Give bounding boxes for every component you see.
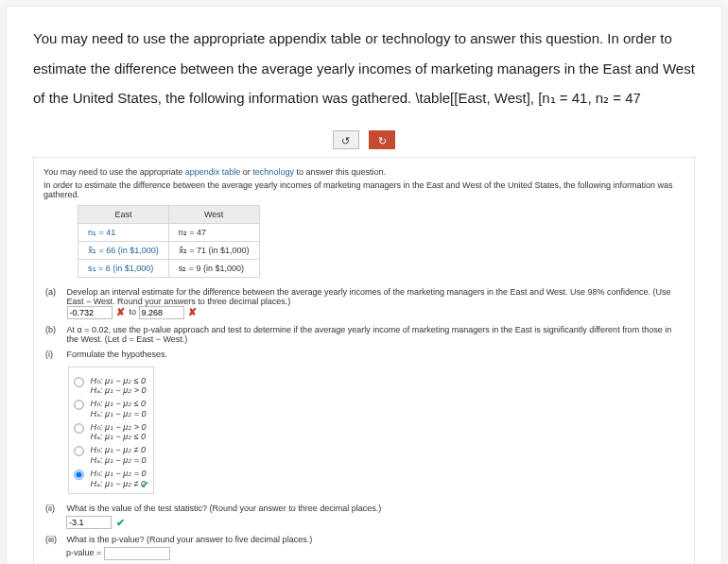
cell: x̄₁ = 66 (in $1,000) [78, 241, 169, 259]
col-east: East [78, 205, 169, 223]
cell: n₁ = 41 [78, 223, 169, 241]
question-panel: You may need to use the appropriate appe… [33, 157, 695, 565]
part-b-iii-text: What is the p-value? (Round your answer … [67, 535, 313, 544]
part-b-i: (i) Formulate the hypotheses. [45, 350, 685, 359]
table-row: x̄₁ = 66 (in $1,000) x̄₂ = 71 (in $1,000… [78, 241, 260, 259]
reset-button[interactable]: ↺ [333, 130, 359, 149]
correct-mark-icon: ✔ [141, 479, 149, 491]
test-statistic-input[interactable] [66, 516, 112, 529]
intro-line-2: In order to estimate the difference betw… [43, 180, 685, 199]
action-bar: ↺ ↻ [33, 130, 695, 149]
hypothesis-option[interactable]: H₀: μ₁ − μ₂ = 0Hₐ: μ₁ − μ₂ ≠ 0 [73, 469, 146, 489]
part-b-i-label: (i) [45, 350, 64, 359]
part-b-text: At α = 0.02, use the p-value approach an… [67, 325, 672, 344]
part-b-ii-text: What is the value of the test statistic?… [67, 504, 382, 513]
table-row: s₁ = 6 (in $1,000) s₂ = 9 (in $1,000) [78, 259, 260, 277]
hypothesis-radio[interactable] [74, 447, 83, 456]
part-b-label: (b) [45, 325, 64, 334]
check-button[interactable]: ↻ [369, 130, 395, 149]
part-b-ii: (ii) What is the value of the test stati… [45, 504, 685, 529]
hypothesis-text: H₀: μ₁ − μ₂ = 0Hₐ: μ₁ − μ₂ ≠ 0 [91, 469, 147, 489]
cell: s₂ = 9 (in $1,000) [168, 259, 259, 277]
technology-link[interactable]: technology [252, 167, 294, 177]
text: to answer this question. [294, 167, 386, 177]
part-a: (a) Develop an interval estimate for the… [45, 287, 685, 319]
hypothesis-radio[interactable] [74, 423, 83, 433]
part-b-ii-label: (ii) [45, 504, 64, 513]
part-b-iii: (iii) What is the p-value? (Round your a… [45, 535, 685, 560]
prompt-transcript: You may need to use the appropriate appe… [33, 24, 695, 113]
appendix-link[interactable]: appendix table [185, 167, 241, 177]
part-a-text: Develop an interval estimate for the dif… [67, 287, 671, 306]
intro-line-1: You may need to use the appropriate appe… [43, 167, 685, 177]
question-container: You may need to use the appropriate appe… [6, 6, 722, 564]
wrong-mark-icon: ✘ [188, 306, 197, 317]
cell: n₂ = 47 [168, 223, 259, 241]
hypothesis-radio[interactable] [74, 377, 83, 386]
part-b: (b) At α = 0.02, use the p-value approac… [45, 325, 685, 344]
hypothesis-option[interactable]: H₀: μ₁ − μ₂ ≤ 0Hₐ: μ₁ − μ₂ > 0 [73, 376, 146, 397]
part-b-iii-label: (iii) [45, 535, 64, 544]
cell: x̄₂ = 71 (in $1,000) [168, 241, 259, 259]
table-header-row: East West [78, 205, 260, 223]
interval-high-input[interactable] [139, 306, 184, 319]
part-b-i-text: Formulate the hypotheses. [67, 350, 168, 359]
pvalue-label: p-value = [66, 549, 104, 558]
text: You may need to use the appropriate [43, 167, 185, 177]
hypothesis-radio[interactable] [74, 400, 83, 409]
hypothesis-text: H₀: μ₁ − μ₂ > 0Hₐ: μ₁ − μ₂ ≤ 0 [91, 422, 147, 443]
correct-mark-icon: ✔ [116, 517, 125, 528]
hypothesis-text: H₀: μ₁ − μ₂ ≤ 0Hₐ: μ₁ − μ₂ > 0 [91, 376, 147, 397]
hypothesis-radio[interactable] [74, 470, 83, 479]
to-label: to [130, 307, 139, 316]
table-row: n₁ = 41 n₂ = 47 [78, 223, 260, 241]
text: or [240, 167, 252, 177]
hypothesis-text: H₀: μ₁ − μ₂ ≤ 0Hₐ: μ₁ − μ₂ = 0 [91, 399, 147, 419]
wrong-mark-icon: ✘ [116, 306, 125, 317]
data-table: East West n₁ = 41 n₂ = 47 x̄₁ = 66 (in $… [78, 205, 260, 278]
col-west: West [168, 205, 259, 223]
hypothesis-option[interactable]: H₀: μ₁ − μ₂ ≤ 0Hₐ: μ₁ − μ₂ = 0 [73, 399, 146, 419]
interval-low-input[interactable] [67, 306, 113, 319]
cell: s₁ = 6 (in $1,000) [78, 259, 169, 277]
hypothesis-option[interactable]: H₀: μ₁ − μ₂ ≠ 0Hₐ: μ₁ − μ₂ = 0 [73, 445, 146, 466]
hypothesis-options: H₀: μ₁ − μ₂ ≤ 0Hₐ: μ₁ − μ₂ > 0 H₀: μ₁ − … [68, 367, 154, 495]
hypothesis-text: H₀: μ₁ − μ₂ ≠ 0Hₐ: μ₁ − μ₂ = 0 [91, 445, 147, 466]
pvalue-input[interactable] [104, 547, 170, 560]
hypothesis-option[interactable]: H₀: μ₁ − μ₂ > 0Hₐ: μ₁ − μ₂ ≤ 0 [73, 422, 146, 443]
part-a-label: (a) [45, 287, 64, 297]
